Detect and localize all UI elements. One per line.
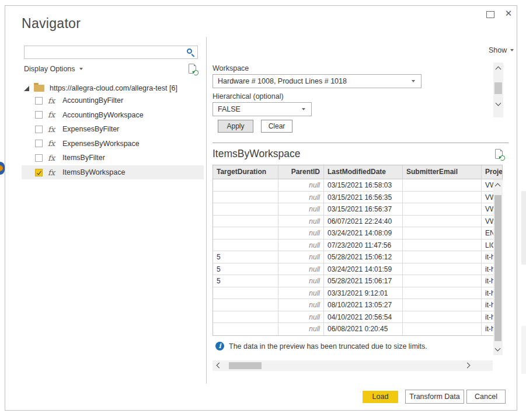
cancel-button[interactable]: Cancel	[466, 390, 506, 404]
info-icon: i	[215, 342, 224, 350]
close-icon[interactable]: ✕	[502, 7, 515, 20]
tree-item-ExpensesByWorkspace[interactable]: fxExpensesByWorkspace	[22, 137, 204, 151]
table-cell: null	[278, 192, 324, 203]
table-cell: 03/15/2021 16:56:37	[324, 203, 403, 215]
table-cell: 06/07/2021 22:24:40	[324, 216, 403, 227]
show-label: Show	[489, 46, 507, 54]
table-cell: 03/15/2021 16:56:35	[324, 192, 403, 203]
tree-item-ItemsByFilter[interactable]: fxItemsByFilter	[22, 151, 204, 165]
table-cell: 08/10/2021 13:05:27	[324, 299, 403, 311]
refresh-preview-icon[interactable]	[189, 64, 196, 74]
tree-item-ExpensesByFilter[interactable]: fxExpensesByFilter	[22, 122, 204, 136]
clear-button[interactable]: Clear	[261, 120, 292, 133]
table-row: null07/23/2020 11:47:56LIG-1	[213, 239, 502, 252]
refresh-preview-icon[interactable]	[495, 149, 503, 159]
table-cell: null	[278, 299, 324, 311]
table-cell	[403, 251, 482, 263]
tree-item-label: ItemsByFilter	[62, 154, 105, 162]
table-cell	[213, 179, 278, 191]
hierarchical-label: Hierarchical (optional)	[213, 92, 284, 100]
table-cell: 05/28/2021 15:06:17	[324, 275, 403, 287]
table-row: null03/31/2021 9:12:01it-hw-4	[213, 287, 502, 300]
table-cell	[403, 239, 482, 251]
tree-item-AccountingByWorkspace[interactable]: fxAccountingByWorkspace	[22, 108, 204, 122]
search-input[interactable]	[25, 46, 183, 58]
folder-icon	[34, 85, 44, 92]
background-app-icon	[0, 162, 5, 175]
column-header-LastModifiedDate: LastModifiedDate	[324, 165, 403, 179]
chevron-down-icon	[510, 49, 514, 51]
apply-button[interactable]: Apply	[218, 120, 253, 133]
transform-data-button[interactable]: Transform Data	[405, 390, 464, 404]
table-cell	[403, 323, 482, 335]
table-cell: null	[278, 275, 324, 287]
search-box[interactable]	[24, 46, 198, 59]
table-cell	[213, 203, 278, 215]
table-cell	[403, 263, 482, 275]
checkbox-checked-icon[interactable]	[35, 169, 43, 176]
scroll-down-icon[interactable]	[496, 100, 501, 106]
table-cell: null	[278, 216, 324, 227]
chevron-down-icon	[412, 80, 415, 82]
table-cell	[403, 203, 482, 215]
scroll-up-icon[interactable]	[495, 183, 501, 189]
workspace-dropdown[interactable]: Hardware # 1008, Product Lines # 1018	[213, 74, 422, 88]
checkbox-icon[interactable]	[35, 126, 43, 133]
table-cell	[403, 299, 482, 311]
scrollbar-thumb[interactable]	[494, 195, 501, 341]
table-row: null03/15/2021 16:56:35VWP-1	[213, 192, 502, 204]
load-button[interactable]: Load	[363, 391, 398, 403]
checkbox-icon[interactable]	[35, 154, 43, 162]
scroll-left-icon[interactable]	[217, 363, 222, 369]
tree-item-label: AccountingByFilter	[62, 96, 123, 105]
table-cell	[213, 323, 278, 335]
scroll-right-icon[interactable]	[465, 363, 471, 369]
table-cell	[213, 299, 278, 311]
truncation-notice: i The data in the preview has been trunc…	[215, 342, 427, 350]
table-scrollbar[interactable]	[493, 179, 503, 355]
display-options-menu[interactable]: Display Options	[24, 65, 83, 73]
table-row: 5null05/28/2021 15:06:12it-hw-1	[213, 251, 502, 263]
table-cell	[403, 287, 482, 299]
scrollbar-thumb[interactable]	[494, 82, 502, 94]
table-cell: null	[278, 227, 324, 239]
table-cell: 5	[213, 251, 278, 263]
tree-item-label: AccountingByWorkspace	[62, 111, 144, 119]
table-cell: null	[278, 239, 324, 251]
tree-root-source[interactable]: https://allegra-cloud.com/allegra-test […	[24, 82, 177, 95]
table-cell	[403, 216, 482, 227]
tree-item-label: ExpensesByWorkspace	[62, 140, 140, 148]
scroll-down-icon[interactable]	[495, 346, 501, 352]
show-menu[interactable]: Show	[489, 46, 514, 54]
tree-expander-icon[interactable]	[24, 86, 29, 91]
workspace-value: Hardware # 1008, Product Lines # 1018	[218, 77, 347, 85]
tree-item-label: ExpensesByFilter	[62, 125, 119, 133]
table-cell: null	[278, 323, 324, 335]
checkbox-icon[interactable]	[35, 140, 43, 147]
column-header-TargetDuration: TargetDuration	[213, 165, 278, 179]
hierarchical-dropdown[interactable]: FALSE	[213, 102, 312, 116]
scrollbar-thumb[interactable]	[229, 362, 262, 369]
tree-item-AccountingByFilter[interactable]: fxAccountingByFilter	[22, 93, 204, 107]
section-separator	[213, 143, 508, 143]
table-cell: 03/24/2021 14:01:59	[324, 263, 403, 275]
table-header-row: TargetDurationParentIDLastModifiedDateSu…	[213, 165, 502, 179]
table-cell	[403, 275, 482, 287]
function-icon: fx	[48, 139, 57, 148]
checkbox-icon[interactable]	[35, 97, 43, 105]
panel-scrollbar[interactable]	[493, 63, 503, 117]
scroll-up-icon[interactable]	[496, 67, 501, 72]
table-row: null04/10/2021 20:56:54it-hw-6	[213, 311, 502, 324]
table-cell: 03/31/2021 9:12:01	[324, 287, 403, 299]
table-horizontal-scrollbar[interactable]	[213, 360, 493, 371]
table-row: null03/15/2021 16:58:03VWG-1	[213, 179, 502, 192]
table-cell	[403, 227, 482, 239]
checkbox-icon[interactable]	[35, 111, 43, 119]
table-cell: null	[278, 311, 324, 323]
preview-table: TargetDurationParentIDLastModifiedDateSu…	[213, 165, 503, 336]
table-row: null06/07/2021 22:24:40VWPC-1	[213, 216, 502, 228]
maximize-button[interactable]	[486, 11, 494, 18]
table-cell: 03/24/2021 14:08:09	[324, 227, 403, 239]
table-row: null08/10/2021 13:05:27it-hw-5	[213, 299, 502, 311]
tree-item-ItemsByWorkspace[interactable]: fxItemsByWorkspace	[22, 165, 204, 179]
